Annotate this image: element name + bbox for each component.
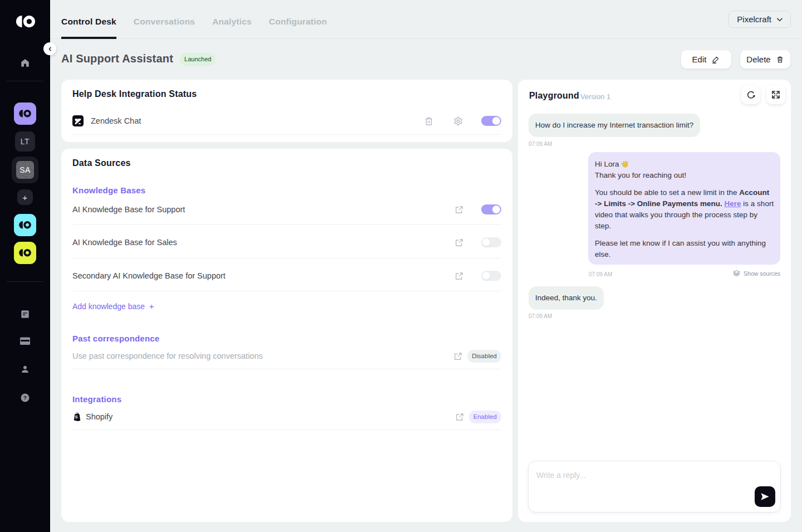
svg-text:S: S (75, 414, 78, 419)
svg-text:?: ? (23, 394, 27, 401)
